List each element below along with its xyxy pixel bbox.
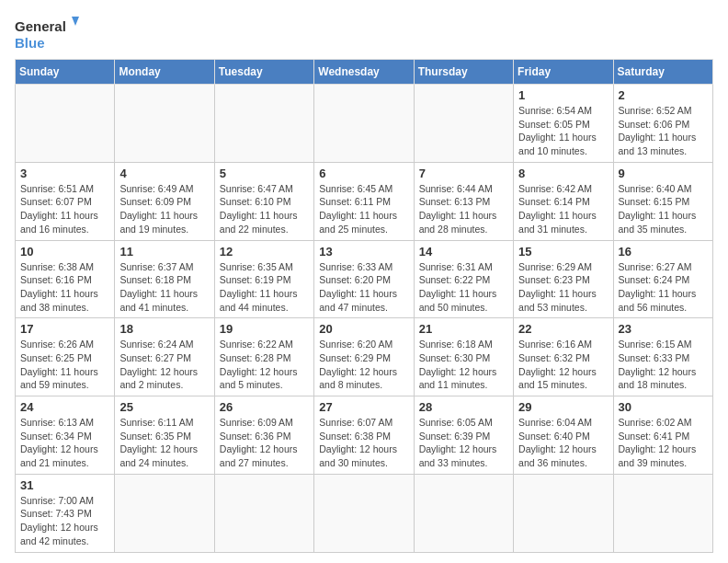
day-info: Sunrise: 6:07 AM Sunset: 6:38 PM Dayligh… xyxy=(319,416,408,470)
calendar-cell xyxy=(16,85,115,163)
calendar-cell xyxy=(613,474,712,552)
calendar-cell xyxy=(115,474,214,552)
calendar-cell: 8Sunrise: 6:42 AM Sunset: 6:14 PM Daylig… xyxy=(514,162,613,240)
day-info: Sunrise: 6:54 AM Sunset: 6:05 PM Dayligh… xyxy=(518,104,608,158)
day-number: 16 xyxy=(619,245,708,259)
day-number: 6 xyxy=(319,167,408,180)
day-info: Sunrise: 6:33 AM Sunset: 6:20 PM Dayligh… xyxy=(319,260,408,315)
calendar-cell xyxy=(414,85,513,163)
calendar-cell: 21Sunrise: 6:18 AM Sunset: 6:30 PM Dayli… xyxy=(414,318,513,396)
day-number: 7 xyxy=(419,167,508,180)
calendar-cell: 2Sunrise: 6:52 AM Sunset: 6:06 PM Daylig… xyxy=(613,85,712,163)
week-row-6: 31Sunrise: 7:00 AM Sunset: 7:43 PM Dayli… xyxy=(16,474,713,552)
calendar-cell: 13Sunrise: 6:33 AM Sunset: 6:20 PM Dayli… xyxy=(314,240,414,318)
day-header-monday: Monday xyxy=(115,60,214,85)
svg-text:Blue: Blue xyxy=(15,35,45,51)
day-info: Sunrise: 6:45 AM Sunset: 6:11 PM Dayligh… xyxy=(319,182,408,236)
day-info: Sunrise: 6:37 AM Sunset: 6:18 PM Dayligh… xyxy=(119,260,209,315)
day-info: Sunrise: 6:47 AM Sunset: 6:10 PM Dayligh… xyxy=(220,182,309,236)
day-number: 31 xyxy=(20,478,109,492)
day-number: 13 xyxy=(319,245,408,259)
day-info: Sunrise: 6:51 AM Sunset: 6:07 PM Dayligh… xyxy=(20,182,109,236)
header: General Blue xyxy=(15,15,713,52)
day-number: 26 xyxy=(220,400,309,414)
day-info: Sunrise: 6:11 AM Sunset: 6:35 PM Dayligh… xyxy=(119,416,209,470)
day-number: 24 xyxy=(20,400,109,414)
calendar-cell: 16Sunrise: 6:27 AM Sunset: 6:24 PM Dayli… xyxy=(613,240,712,318)
day-header-friday: Friday xyxy=(514,60,613,85)
calendar-cell: 27Sunrise: 6:07 AM Sunset: 6:38 PM Dayli… xyxy=(314,396,414,475)
day-info: Sunrise: 6:52 AM Sunset: 6:06 PM Dayligh… xyxy=(619,104,708,158)
day-number: 19 xyxy=(220,322,309,336)
calendar-cell: 22Sunrise: 6:16 AM Sunset: 6:32 PM Dayli… xyxy=(514,318,613,396)
day-info: Sunrise: 6:22 AM Sunset: 6:28 PM Dayligh… xyxy=(220,338,309,392)
day-number: 25 xyxy=(119,400,209,414)
calendar-cell: 15Sunrise: 6:29 AM Sunset: 6:23 PM Dayli… xyxy=(514,240,613,318)
svg-marker-2 xyxy=(72,17,79,26)
day-number: 3 xyxy=(20,167,109,180)
day-number: 5 xyxy=(220,167,309,180)
calendar: SundayMondayTuesdayWednesdayThursdayFrid… xyxy=(15,59,713,553)
day-info: Sunrise: 6:04 AM Sunset: 6:40 PM Dayligh… xyxy=(518,416,608,470)
day-number: 8 xyxy=(518,167,608,180)
day-header-saturday: Saturday xyxy=(613,60,712,85)
logo: General Blue xyxy=(15,15,79,52)
day-number: 10 xyxy=(20,245,109,259)
week-row-1: 1Sunrise: 6:54 AM Sunset: 6:05 PM Daylig… xyxy=(16,85,713,163)
day-number: 17 xyxy=(20,322,109,336)
week-row-3: 10Sunrise: 6:38 AM Sunset: 6:16 PM Dayli… xyxy=(16,240,713,318)
calendar-cell: 26Sunrise: 6:09 AM Sunset: 6:36 PM Dayli… xyxy=(214,396,313,475)
week-row-4: 17Sunrise: 6:26 AM Sunset: 6:25 PM Dayli… xyxy=(16,318,713,396)
day-number: 9 xyxy=(619,167,708,180)
day-info: Sunrise: 6:05 AM Sunset: 6:39 PM Dayligh… xyxy=(419,416,508,470)
calendar-cell: 18Sunrise: 6:24 AM Sunset: 6:27 PM Dayli… xyxy=(115,318,214,396)
day-number: 30 xyxy=(619,400,708,414)
week-row-5: 24Sunrise: 6:13 AM Sunset: 6:34 PM Dayli… xyxy=(16,396,713,475)
calendar-cell: 11Sunrise: 6:37 AM Sunset: 6:18 PM Dayli… xyxy=(115,240,214,318)
calendar-cell: 17Sunrise: 6:26 AM Sunset: 6:25 PM Dayli… xyxy=(16,318,115,396)
day-info: Sunrise: 7:00 AM Sunset: 7:43 PM Dayligh… xyxy=(20,494,109,548)
day-info: Sunrise: 6:20 AM Sunset: 6:29 PM Dayligh… xyxy=(319,338,408,392)
calendar-cell: 30Sunrise: 6:02 AM Sunset: 6:41 PM Dayli… xyxy=(613,396,712,475)
calendar-cell: 14Sunrise: 6:31 AM Sunset: 6:22 PM Dayli… xyxy=(414,240,513,318)
calendar-cell: 29Sunrise: 6:04 AM Sunset: 6:40 PM Dayli… xyxy=(514,396,613,475)
day-info: Sunrise: 6:27 AM Sunset: 6:24 PM Dayligh… xyxy=(619,260,708,315)
calendar-cell: 25Sunrise: 6:11 AM Sunset: 6:35 PM Dayli… xyxy=(115,396,214,475)
day-info: Sunrise: 6:49 AM Sunset: 6:09 PM Dayligh… xyxy=(119,182,209,236)
day-number: 15 xyxy=(518,245,608,259)
day-number: 23 xyxy=(619,322,708,336)
calendar-cell xyxy=(514,474,613,552)
calendar-cell: 4Sunrise: 6:49 AM Sunset: 6:09 PM Daylig… xyxy=(115,162,214,240)
calendar-cell xyxy=(414,474,513,552)
day-info: Sunrise: 6:15 AM Sunset: 6:33 PM Dayligh… xyxy=(619,338,708,392)
calendar-cell: 12Sunrise: 6:35 AM Sunset: 6:19 PM Dayli… xyxy=(214,240,313,318)
calendar-cell xyxy=(214,474,313,552)
day-number: 2 xyxy=(619,88,708,102)
day-number: 22 xyxy=(518,322,608,336)
day-number: 20 xyxy=(319,322,408,336)
day-info: Sunrise: 6:29 AM Sunset: 6:23 PM Dayligh… xyxy=(518,260,608,315)
day-info: Sunrise: 6:13 AM Sunset: 6:34 PM Dayligh… xyxy=(20,416,109,470)
day-number: 28 xyxy=(419,400,508,414)
week-row-2: 3Sunrise: 6:51 AM Sunset: 6:07 PM Daylig… xyxy=(16,162,713,240)
calendar-cell: 20Sunrise: 6:20 AM Sunset: 6:29 PM Dayli… xyxy=(314,318,414,396)
calendar-cell: 5Sunrise: 6:47 AM Sunset: 6:10 PM Daylig… xyxy=(214,162,313,240)
calendar-cell: 6Sunrise: 6:45 AM Sunset: 6:11 PM Daylig… xyxy=(314,162,414,240)
day-header-wednesday: Wednesday xyxy=(314,60,414,85)
day-info: Sunrise: 6:16 AM Sunset: 6:32 PM Dayligh… xyxy=(518,338,608,392)
day-number: 14 xyxy=(419,245,508,259)
calendar-cell: 19Sunrise: 6:22 AM Sunset: 6:28 PM Dayli… xyxy=(214,318,313,396)
calendar-cell: 10Sunrise: 6:38 AM Sunset: 6:16 PM Dayli… xyxy=(16,240,115,318)
calendar-cell: 1Sunrise: 6:54 AM Sunset: 6:05 PM Daylig… xyxy=(514,85,613,163)
day-info: Sunrise: 6:38 AM Sunset: 6:16 PM Dayligh… xyxy=(20,260,109,315)
calendar-cell xyxy=(214,85,313,163)
svg-text:General: General xyxy=(15,18,66,34)
calendar-cell: 24Sunrise: 6:13 AM Sunset: 6:34 PM Dayli… xyxy=(16,396,115,475)
day-info: Sunrise: 6:26 AM Sunset: 6:25 PM Dayligh… xyxy=(20,338,109,392)
day-info: Sunrise: 6:09 AM Sunset: 6:36 PM Dayligh… xyxy=(220,416,309,470)
calendar-cell xyxy=(314,474,414,552)
logo-svg: General Blue xyxy=(15,15,79,52)
day-info: Sunrise: 6:24 AM Sunset: 6:27 PM Dayligh… xyxy=(119,338,209,392)
day-header-thursday: Thursday xyxy=(414,60,513,85)
calendar-cell: 31Sunrise: 7:00 AM Sunset: 7:43 PM Dayli… xyxy=(16,474,115,552)
